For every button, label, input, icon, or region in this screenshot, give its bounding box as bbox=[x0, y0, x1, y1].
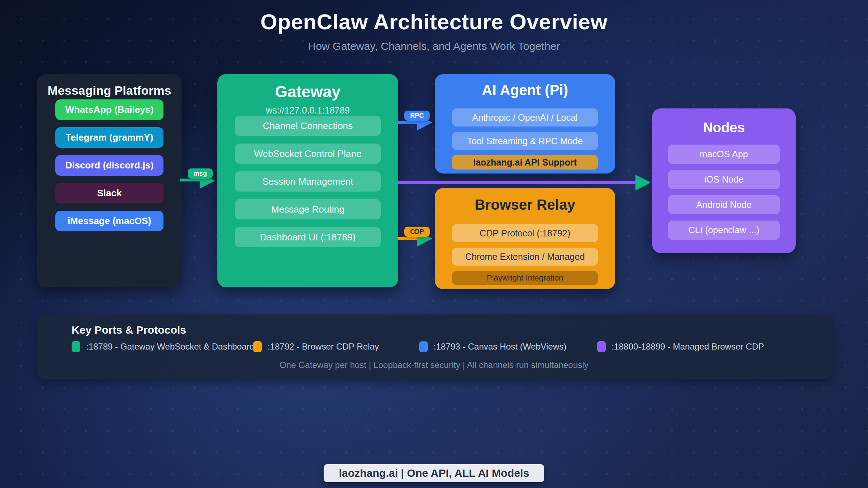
footer-badge: laozhang.ai | One API, ALL AI Models bbox=[324, 464, 544, 482]
rpc-arrow-label: RPC bbox=[404, 111, 430, 121]
node-item-cli: CLI (openclaw ...) bbox=[668, 221, 780, 240]
ai-agent-item-laozhang-api: laozhang.ai API Support bbox=[452, 155, 598, 170]
gateway-to-nodes-arrow-line bbox=[398, 181, 636, 184]
legend-swatch-purple bbox=[597, 341, 606, 352]
browser-relay-item-chrome-extension: Chrome Extension / Managed bbox=[452, 248, 598, 266]
platform-telegram: Telegram (grammY) bbox=[55, 127, 163, 148]
ai-agent-item-providers: Anthropic / OpenAI / Local bbox=[452, 108, 598, 127]
legend-item-18793: :18793 - Canvas Host (WebViews) bbox=[419, 341, 566, 352]
gateway-item-session-management: Session Management bbox=[235, 171, 381, 192]
legend-swatch-blue bbox=[419, 341, 428, 352]
browser-relay-item-playwright: Playwright Integration bbox=[452, 271, 598, 285]
legend-label: :18800-18899 - Managed Browser CDP bbox=[612, 342, 764, 352]
browser-relay-title: Browser Relay bbox=[435, 197, 615, 213]
nodes-panel: Nodes macOS App iOS Node Android Node CL… bbox=[652, 108, 796, 253]
nodes-title: Nodes bbox=[652, 120, 796, 136]
legend-note: One Gateway per host | Loopback-first se… bbox=[0, 360, 868, 370]
ai-agent-title: AI Agent (Pi) bbox=[435, 82, 615, 98]
legend-swatch-orange bbox=[253, 341, 262, 352]
legend-item-18789: :18789 - Gateway WebSocket & Dashboard bbox=[72, 341, 254, 352]
node-item-android-node: Android Node bbox=[668, 195, 780, 214]
ai-agent-item-tool-streaming: Tool Streaming & RPC Mode bbox=[452, 132, 598, 150]
node-item-ios-node: iOS Node bbox=[668, 170, 780, 189]
rpc-arrow-line bbox=[398, 121, 420, 124]
browser-relay-item-cdp-protocol: CDP Protocol (:18792) bbox=[452, 224, 598, 242]
node-item-macos-app: macOS App bbox=[668, 145, 780, 164]
legend-item-18800: :18800-18899 - Managed Browser CDP bbox=[597, 341, 764, 352]
platform-slack: Slack bbox=[55, 183, 163, 204]
gateway-item-websocket-control-plane: WebSocket Control Plane bbox=[235, 144, 381, 164]
platform-whatsapp: WhatsApp (Baileys) bbox=[55, 99, 163, 120]
architecture-diagram: OpenClaw Architecture Overview How Gatew… bbox=[0, 0, 868, 488]
legend-swatch-green bbox=[72, 341, 80, 352]
page-title: OpenClaw Architecture Overview bbox=[0, 9, 868, 34]
platform-discord: Discord (discord.js) bbox=[55, 155, 163, 176]
key-ports-title: Key Ports & Protocols bbox=[72, 324, 186, 336]
cdp-arrow-line bbox=[398, 237, 420, 240]
gateway-to-nodes-arrow-head bbox=[635, 175, 651, 191]
cdp-arrow-label: CDP bbox=[404, 227, 430, 237]
diagram-header: OpenClaw Architecture Overview How Gatew… bbox=[0, 0, 868, 52]
gateway-panel: Gateway ws://127.0.0.1:18789 Channel Con… bbox=[217, 74, 398, 287]
gateway-item-channel-connections: Channel Connections bbox=[235, 116, 381, 136]
gateway-endpoint: ws://127.0.0.1:18789 bbox=[217, 105, 398, 116]
platform-imessage: iMessage (macOS) bbox=[55, 211, 163, 231]
browser-relay-panel: Browser Relay CDP Protocol (:18792) Chro… bbox=[435, 188, 615, 289]
ai-agent-panel: AI Agent (Pi) Anthropic / OpenAI / Local… bbox=[435, 74, 615, 174]
legend-item-18792: :18792 - Browser CDP Relay bbox=[253, 341, 379, 352]
legend-label: :18792 - Browser CDP Relay bbox=[268, 342, 379, 352]
messaging-panel-title: Messaging Platforms bbox=[37, 84, 182, 98]
page-subtitle: How Gateway, Channels, and Agents Work T… bbox=[0, 40, 868, 52]
legend-label: :18793 - Canvas Host (WebViews) bbox=[434, 342, 566, 352]
gateway-item-message-routing: Message Routing bbox=[235, 199, 381, 219]
msg-arrow-line bbox=[180, 179, 203, 181]
legend-label: :18789 - Gateway WebSocket & Dashboard bbox=[86, 342, 254, 352]
gateway-title: Gateway bbox=[217, 83, 398, 101]
msg-arrow-label: msg bbox=[188, 168, 213, 179]
gateway-item-dashboard-ui: Dashboard UI (:18789) bbox=[235, 227, 381, 247]
